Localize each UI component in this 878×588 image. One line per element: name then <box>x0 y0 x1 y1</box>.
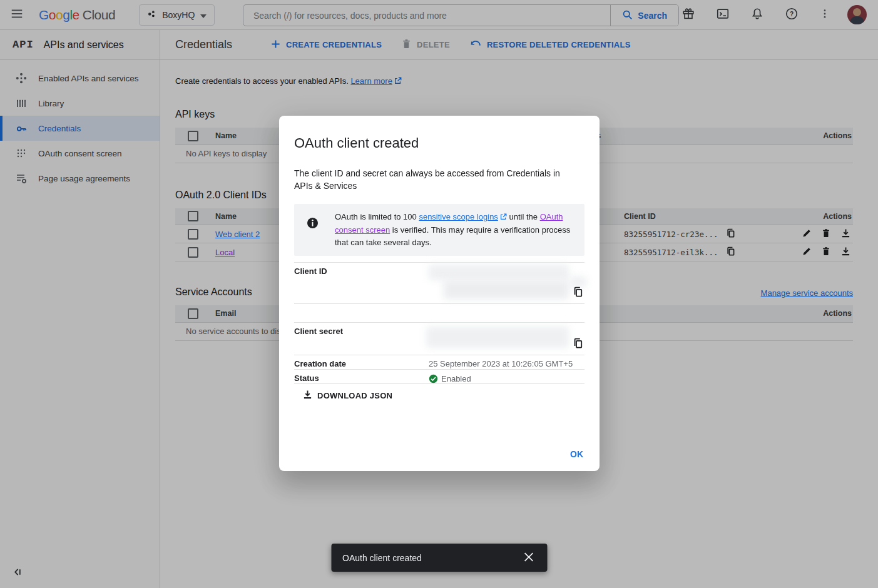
dialog-title: OAuth client created <box>294 135 584 151</box>
client-secret-row: Client secret <box>294 322 584 355</box>
spacer-row <box>294 303 584 322</box>
external-link-icon <box>500 211 507 224</box>
dialog-subtitle: The client ID and secret can always be a… <box>294 167 571 192</box>
client-secret-redacted <box>426 327 569 348</box>
download-json-label: DOWNLOAD JSON <box>317 391 392 400</box>
client-id-label: Client ID <box>294 263 429 303</box>
info-icon <box>307 217 319 249</box>
download-icon <box>303 390 312 401</box>
creation-date-value: 25 September 2023 at 10:26:05 GMT+5 <box>429 355 584 369</box>
status-row: Status Enabled <box>294 369 584 383</box>
notice-mid: until the <box>507 212 540 221</box>
divider <box>294 383 584 384</box>
download-json-button[interactable]: DOWNLOAD JSON <box>303 390 392 401</box>
toast-message: OAuth client created <box>342 553 422 563</box>
notice-text: OAuth is limited to 100 sensitive scope … <box>335 211 578 249</box>
oauth-client-created-dialog: OAuth client created The client ID and s… <box>279 116 600 471</box>
client-details: Client ID Client secret Creation date 25… <box>294 262 584 384</box>
check-circle-icon <box>429 374 438 383</box>
client-id-value-area <box>429 263 584 303</box>
notice-banner: OAuth is limited to 100 sensitive scope … <box>294 204 584 256</box>
status-value-area: Enabled <box>429 370 584 383</box>
creation-date-row: Creation date 25 September 2023 at 10:26… <box>294 355 584 369</box>
client-secret-value-area <box>429 323 584 355</box>
creation-date-label: Creation date <box>294 355 429 369</box>
close-icon <box>524 554 533 564</box>
status-label: Status <box>294 370 429 383</box>
toast: OAuth client created <box>331 544 547 572</box>
sensitive-scope-logins-link[interactable]: sensitive scope logins <box>419 212 498 221</box>
status-badge: Enabled <box>441 374 471 383</box>
copy-client-id-button[interactable] <box>573 286 583 300</box>
copy-client-secret-button[interactable] <box>573 338 583 351</box>
toast-close-button[interactable] <box>521 550 536 566</box>
client-id-redacted <box>444 280 569 299</box>
client-id-redacted <box>429 265 569 280</box>
client-secret-label: Client secret <box>294 323 429 355</box>
notice-pre: OAuth is limited to 100 <box>335 212 419 221</box>
ok-button[interactable]: OK <box>570 449 583 459</box>
client-id-row: Client ID <box>294 262 584 303</box>
